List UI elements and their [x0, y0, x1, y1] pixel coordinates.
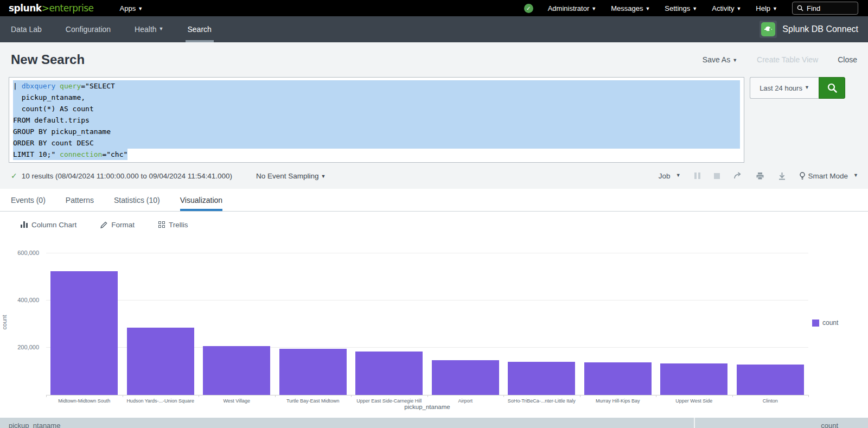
chevron-down-icon: ▼: [732, 58, 737, 63]
column-chart: count 200,000400,000600,000 Midtown-Midt…: [0, 238, 868, 418]
bar-Midtown-Midtown South[interactable]: [50, 271, 118, 395]
chevron-down-icon: ▼: [138, 6, 143, 11]
pause-job-button[interactable]: [694, 173, 700, 179]
x-tick-mark: [503, 395, 504, 397]
chart-type-picker[interactable]: Column Chart: [21, 221, 76, 229]
chevron-down-icon: ▼: [321, 174, 326, 179]
x-tick-mark: [46, 395, 47, 397]
x-tick-label: Clinton: [732, 398, 809, 404]
tab-visualization[interactable]: Visualization: [180, 189, 222, 211]
help-menu[interactable]: Help▼: [756, 4, 777, 12]
tab-statistics[interactable]: Statistics (10): [114, 189, 160, 211]
plot-area: [46, 247, 808, 395]
find-search-box[interactable]: [792, 2, 858, 15]
x-tick-label: Turtle Bay-East Midtown: [275, 398, 352, 404]
share-icon: [733, 172, 742, 180]
chevron-down-icon: ▼: [853, 173, 858, 178]
x-tick-mark: [808, 395, 809, 397]
stop-job-button[interactable]: [714, 173, 720, 179]
chevron-down-icon: ▼: [805, 85, 809, 90]
x-tick-label: West Village: [199, 398, 275, 404]
app-title: Splunk DB Connect: [782, 24, 858, 34]
print-button[interactable]: [756, 172, 764, 180]
statistics-table-header: pickup_ntaname count: [0, 418, 868, 428]
job-menu[interactable]: Job▼: [659, 172, 681, 180]
bar-West Village[interactable]: [203, 346, 270, 395]
page-title: New Search: [11, 52, 85, 67]
legend-label: count: [822, 319, 838, 327]
nav-item-data-lab[interactable]: Data Lab: [11, 16, 42, 42]
format-button[interactable]: Format: [100, 221, 135, 229]
chevron-down-icon: ▼: [692, 6, 697, 11]
chevron-down-icon: ▼: [736, 6, 741, 11]
bar-Turtle Bay-East Midtown[interactable]: [279, 349, 347, 395]
search-mode-selector[interactable]: Smart Mode▼: [800, 172, 858, 180]
bar-SoHo-TriBeCa-...nter-Little Italy[interactable]: [508, 362, 575, 395]
trellis-button[interactable]: Trellis: [158, 221, 188, 229]
tab-events[interactable]: Events (0): [11, 189, 46, 211]
tab-patterns[interactable]: Patterns: [66, 189, 94, 211]
column-header-count[interactable]: count: [695, 418, 868, 428]
x-tick-mark: [351, 395, 352, 397]
results-summary: 10 results (08/04/2024 11:00:00.000 to 0…: [22, 172, 232, 180]
column-header-pickup-ntaname[interactable]: pickup_ntaname: [0, 418, 694, 428]
query-line-5: GROUP BY pickup_ntaname: [13, 126, 740, 137]
x-axis-tick-labels: Midtown-Midtown SouthHudson Yards-...-Un…: [46, 398, 808, 404]
create-table-view-button: Create Table View: [757, 55, 818, 64]
splunk-logo[interactable]: splunk>enterprise: [9, 3, 94, 14]
results-tabs: Events (0) Patterns Statistics (10) Visu…: [0, 189, 868, 212]
settings-menu[interactable]: Settings▼: [665, 4, 697, 12]
x-tick-mark: [275, 395, 276, 397]
query-line-1: | dbxquery query="SELECT: [13, 80, 740, 92]
x-tick-label: Hudson Yards-...-Union Square: [123, 398, 199, 404]
save-as-button[interactable]: Save As▼: [703, 55, 737, 64]
event-sampling-dropdown[interactable]: No Event Sampling▼: [256, 172, 326, 180]
bar-Upper West Side[interactable]: [660, 363, 727, 395]
bars: [46, 247, 808, 395]
apps-menu[interactable]: Apps▼: [120, 4, 143, 12]
y-tick-200,000: 200,000: [0, 344, 39, 350]
nav-item-configuration[interactable]: Configuration: [66, 16, 111, 42]
share-job-button[interactable]: [733, 172, 742, 180]
x-tick-label: Upper East Side-Carnegie Hill: [351, 398, 427, 404]
x-tick-mark: [123, 395, 123, 397]
export-icon: [778, 172, 786, 180]
db-connect-app-icon[interactable]: [760, 21, 777, 38]
find-input[interactable]: [807, 4, 850, 12]
time-range-picker[interactable]: Last 24 hours▼: [750, 77, 819, 99]
legend-item-count[interactable]: count: [812, 319, 838, 327]
chevron-down-icon: ▼: [159, 26, 164, 31]
query-line-3: count(*) AS count: [13, 103, 740, 114]
column-chart-icon: [21, 221, 28, 228]
bar-Clinton[interactable]: [737, 365, 804, 395]
run-search-button[interactable]: [819, 77, 845, 99]
x-tick-mark: [580, 395, 580, 397]
health-status-icon[interactable]: ✓: [524, 4, 533, 13]
query-line-2: pickup_ntaname,: [13, 92, 740, 103]
y-tick-400,000: 400,000: [0, 297, 39, 303]
x-tick-mark: [656, 395, 656, 397]
x-tick-label: Midtown-Midtown South: [46, 398, 123, 404]
export-button[interactable]: [778, 172, 786, 180]
bar-Murray Hill-Kips Bay[interactable]: [584, 362, 652, 395]
messages-menu[interactable]: Messages▼: [611, 4, 650, 12]
check-icon: ✓: [526, 5, 531, 11]
activity-menu[interactable]: Activity▼: [712, 4, 741, 12]
search-query-input[interactable]: | dbxquery query="SELECT pickup_ntaname,…: [9, 77, 744, 163]
results-check-icon: ✓: [11, 171, 17, 180]
administrator-menu[interactable]: Administrator▼: [548, 4, 597, 12]
bar-Airport[interactable]: [432, 360, 499, 395]
nav-item-search[interactable]: Search: [188, 16, 212, 42]
app-nav-bar: Data Lab Configuration Health▼ Search Sp…: [0, 16, 868, 42]
close-button[interactable]: Close: [838, 55, 857, 64]
nav-item-health[interactable]: Health▼: [135, 16, 163, 42]
bar-Upper East Side-Carnegie Hill[interactable]: [355, 352, 423, 395]
bar-Hudson Yards-...-Union Square[interactable]: [127, 328, 194, 395]
chevron-down-icon: ▼: [773, 6, 777, 11]
top-bar: splunk>enterprise Apps▼ ✓ Administrator▼…: [0, 0, 868, 16]
x-tick-mark: [732, 395, 733, 397]
x-tick-label: SoHo-TriBeCa-...nter-Little Italy: [503, 398, 580, 404]
query-line-6: ORDER BY count DESC: [13, 137, 740, 149]
logo-splunk-text: splunk: [9, 3, 42, 14]
visualization-toolbar: Column Chart Format Trellis: [0, 212, 868, 238]
